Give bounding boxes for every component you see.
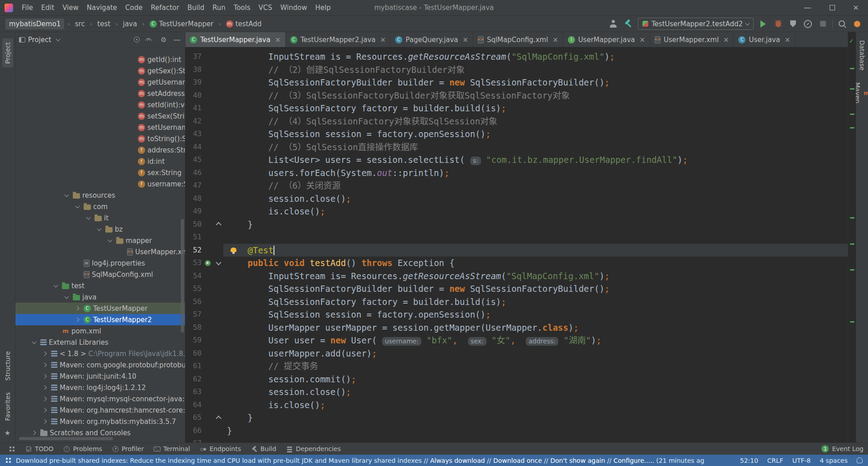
menu-edit[interactable]: Edit	[37, 1, 58, 14]
code-line[interactable]: 45 List<User> users = session.selectList…	[185, 153, 848, 166]
tool-window-switcher[interactable]	[5, 444, 19, 454]
menu-run[interactable]: Run	[208, 1, 230, 14]
code-line[interactable]: 61 // 提交事务	[185, 360, 848, 373]
status-link[interactable]: Don't show again	[550, 457, 605, 464]
inspections-profile-icon[interactable]	[857, 457, 863, 463]
breadcrumb-item[interactable]: CTestUserMapper	[148, 19, 215, 29]
tree-item[interactable]: Maven: org.hamcrest:hamcrest-core:1.1	[15, 404, 185, 416]
tree-item[interactable]: msetAddress(String	[15, 88, 185, 99]
code-line[interactable]: 42 // （4）SqlSessionFactory对象获取SqlSession…	[185, 115, 848, 128]
code-line[interactable]: 43 SqlSession session = factory.openSess…	[185, 128, 848, 141]
code-line[interactable]: 46 users.forEach(System.out::println);	[185, 166, 848, 180]
tree-item[interactable]: ≡log4j.properties	[15, 257, 185, 269]
run-configuration-select[interactable]: TestUserMapper2.testAdd2	[638, 18, 754, 30]
menu-refactor[interactable]: Refactor	[146, 1, 183, 14]
tree-item[interactable]: msetUsername(Stri	[15, 122, 185, 133]
tree-item[interactable]: Maven: org.mybatis:mybatis:3.5.7	[15, 416, 185, 427]
code-line[interactable]: 62 session.commit();	[185, 373, 848, 386]
tree-item[interactable]: Maven: com.google.protobuf:protobuf-jav	[15, 359, 185, 371]
profiler-icon[interactable]	[802, 19, 813, 29]
menu-tools[interactable]: Tools	[230, 1, 255, 14]
tree-item[interactable]: External Libraries	[15, 337, 185, 348]
tree-item[interactable]: test	[15, 280, 185, 291]
tree-item[interactable]: CTestUserMapper2	[15, 314, 185, 325]
tree-item[interactable]: <>SqlMapConfig.xml	[15, 269, 185, 280]
tab-close-icon[interactable]: ×	[784, 36, 790, 44]
menu-window[interactable]: Window	[276, 1, 311, 14]
chevron-down-icon[interactable]	[73, 206, 81, 208]
status-link[interactable]: Always download	[430, 457, 485, 464]
chevron-down-icon[interactable]	[52, 285, 60, 287]
chevron-right-icon[interactable]	[41, 375, 49, 378]
tool-window-button-endpoints[interactable]: Endpoints	[196, 444, 245, 454]
editor-tab[interactable]: CPageQuery.java×	[391, 32, 473, 47]
tree-item[interactable]: mtoString():String	[15, 133, 185, 144]
tool-stripe-structure[interactable]: Structure	[2, 347, 13, 384]
fold-marker-icon[interactable]	[213, 257, 223, 270]
collapse-all-icon[interactable]	[146, 36, 154, 44]
search-icon[interactable]	[837, 19, 848, 29]
tool-stripe-favorites[interactable]: Favorites	[2, 389, 13, 424]
line-separator[interactable]: CRLF	[767, 457, 783, 464]
chevron-right-icon[interactable]	[41, 420, 49, 423]
tree-item[interactable]: it	[15, 212, 185, 223]
editor-tab[interactable]: CTestUserMapper.java×	[185, 32, 286, 47]
tree-item[interactable]: Maven: junit:junit:4.10	[15, 371, 185, 382]
code-line[interactable]: 48 session.close();	[185, 192, 848, 205]
tree-item[interactable]: CTestUserMapper	[15, 303, 185, 314]
editor-tab[interactable]: IUserMapper.java×	[563, 32, 650, 47]
run-with-coverage-icon[interactable]	[788, 19, 798, 29]
error-stripe[interactable]: ✓	[848, 32, 856, 442]
tree-item[interactable]: msetId(int):void	[15, 99, 185, 110]
tool-window-button-todo[interactable]: TODO	[21, 444, 57, 454]
status-link[interactable]: Configure.....	[613, 457, 654, 464]
chevron-down-icon[interactable]	[62, 296, 71, 298]
menu-help[interactable]: Help	[311, 1, 335, 14]
code-line[interactable]: 37 InputStream is = Resources.getResourc…	[185, 50, 848, 63]
tool-window-button-build[interactable]: Build	[247, 444, 280, 454]
chevron-right-icon[interactable]	[73, 307, 81, 310]
chevron-right-icon[interactable]	[41, 409, 49, 412]
menu-view[interactable]: View	[58, 1, 83, 14]
code-line[interactable]: 52 @Test	[185, 244, 848, 257]
chevron-down-icon[interactable]	[62, 195, 71, 196]
code-line[interactable]: 51	[185, 231, 848, 244]
fold-marker-icon[interactable]	[213, 411, 223, 424]
chevron-right-icon[interactable]	[30, 431, 38, 434]
breadcrumb-item[interactable]: test	[95, 19, 112, 29]
file-encoding[interactable]: UTF-8	[792, 457, 811, 464]
tree-item[interactable]: msetSex(String):voi	[15, 110, 185, 122]
quick-access-icon[interactable]	[5, 457, 11, 463]
chevron-right-icon[interactable]	[41, 352, 49, 355]
chevron-down-icon[interactable]	[30, 342, 38, 343]
tree-item[interactable]: resources	[15, 190, 185, 201]
tool-stripe-database[interactable]: Database	[858, 38, 867, 73]
tree-item[interactable]: mgetSex():String	[15, 65, 185, 76]
breadcrumb-item[interactable]: java	[121, 19, 139, 29]
chevron-down-icon[interactable]	[84, 217, 92, 219]
tree-item[interactable]: faddress:String	[15, 144, 185, 156]
breadcrumb-item[interactable]: src	[73, 19, 87, 29]
locate-file-icon[interactable]	[132, 36, 141, 44]
tree-item[interactable]: java	[15, 291, 185, 303]
breadcrumb-item[interactable]: mtestAdd	[224, 19, 264, 29]
tool-window-button-problems[interactable]: Problems	[59, 444, 106, 454]
menu-code[interactable]: Code	[121, 1, 146, 14]
chevron-right-icon[interactable]	[73, 318, 81, 321]
tool-window-button-profiler[interactable]: Profiler	[108, 444, 148, 454]
code-line[interactable]: 40 // （3）SqlSessionFactoryBuilder对象获取Sql…	[185, 89, 848, 102]
code-line[interactable]: 65 }	[185, 411, 848, 424]
debug-icon[interactable]	[773, 19, 783, 29]
tab-close-icon[interactable]: ×	[552, 36, 558, 44]
editor-tab[interactable]: CTestUserMapper2.java×	[286, 32, 391, 47]
gear-icon[interactable]: ⚙	[160, 36, 168, 44]
tree-item[interactable]: fsex:String	[15, 167, 185, 178]
chevron-down-icon[interactable]	[54, 39, 62, 41]
tree-item[interactable]: fusername:String	[15, 178, 185, 190]
notifications-icon[interactable]	[852, 19, 863, 29]
code-line[interactable]: 53 public void testAdd() throws Exceptio…	[185, 257, 848, 270]
user-icon[interactable]	[608, 19, 619, 29]
intention-bulb-icon[interactable]	[231, 247, 236, 252]
tree-item[interactable]: mapper	[15, 235, 185, 246]
tree-item[interactable]: < 1.8 > C:\Program Files\Java\jdk1.8.0_3…	[15, 348, 185, 359]
